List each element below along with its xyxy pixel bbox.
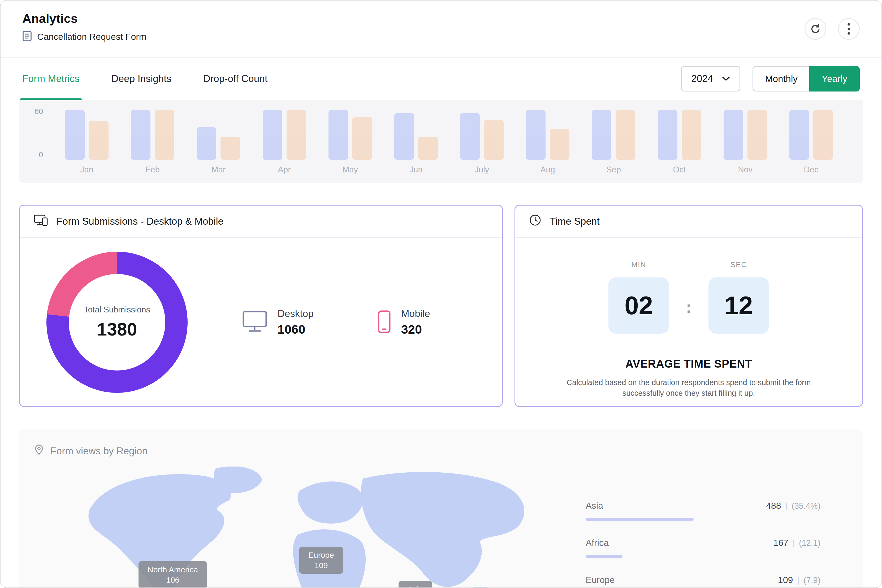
y-tick-0: 0 bbox=[39, 150, 43, 159]
region-values: 109|(7.9) bbox=[778, 575, 820, 585]
bar-pair bbox=[592, 109, 635, 160]
region-row-asia: Asia488|(35.4%) bbox=[586, 501, 820, 520]
mobile-stat-text: Mobile 320 bbox=[401, 308, 430, 337]
bar-pair bbox=[131, 109, 174, 160]
refresh-button[interactable] bbox=[804, 18, 826, 40]
tab-form-metrics[interactable]: Form Metrics bbox=[22, 57, 80, 100]
bar-series-1-blue bbox=[65, 110, 85, 160]
month-label: Nov bbox=[738, 165, 753, 174]
bar-series-2-peach bbox=[352, 117, 372, 160]
bar-group-july: July bbox=[459, 109, 505, 174]
mobile-phone-icon bbox=[377, 310, 391, 335]
form-name: Cancellation Request Form bbox=[37, 32, 146, 42]
region-row-europe: Europe109|(7.9) bbox=[586, 575, 820, 588]
bar-series-1-blue bbox=[789, 110, 809, 160]
time-card-body: MIN 02 : SEC 12 AVERAGE TIME SPENT Calcu… bbox=[515, 238, 862, 398]
desktop-value: 1060 bbox=[278, 322, 314, 337]
bar-chart-groups: JanFebMarAprMayJunJulyAugSepOctNovDec bbox=[64, 109, 834, 174]
bar-series-1-blue bbox=[526, 110, 545, 160]
tab-deep-insights[interactable]: Deep Insights bbox=[111, 57, 171, 100]
region-value: 109 bbox=[778, 575, 793, 585]
region-row-head: Europe109|(7.9) bbox=[586, 575, 820, 585]
time-card-title: Time Spent bbox=[550, 216, 600, 227]
tooltip-region-name: Asia bbox=[407, 584, 423, 588]
breadcrumb: Cancellation Request Form bbox=[22, 30, 146, 43]
month-label: July bbox=[475, 165, 489, 174]
more-menu-button[interactable] bbox=[838, 18, 860, 40]
map-tooltip-europe: Europe109 bbox=[299, 547, 343, 574]
bar-group-apr: Apr bbox=[262, 109, 307, 174]
month-label: Sep bbox=[606, 165, 621, 174]
month-label: Aug bbox=[541, 165, 555, 174]
seconds-unit: SEC 12 bbox=[708, 261, 769, 334]
bar-series-1-blue bbox=[724, 110, 743, 160]
kebab-menu-icon bbox=[847, 23, 850, 35]
bar-group-jun: Jun bbox=[394, 109, 439, 174]
bar-series-2-peach bbox=[418, 137, 438, 160]
time-display: MIN 02 : SEC 12 bbox=[609, 261, 769, 334]
region-values: 488|(35.4%) bbox=[766, 501, 820, 511]
region-row-head: Africa167|(12.1) bbox=[586, 538, 820, 548]
location-pin-icon bbox=[34, 444, 44, 458]
desktop-mobile-icon bbox=[34, 214, 48, 228]
month-label: Apr bbox=[278, 165, 290, 174]
desktop-stat-text: Desktop 1060 bbox=[278, 308, 314, 337]
regions-header: Form views by Region bbox=[34, 444, 147, 458]
desktop-monitor-icon bbox=[242, 310, 267, 334]
year-select[interactable]: 2024 bbox=[681, 66, 740, 92]
analytics-window: Analytics Cancellation Request Form bbox=[0, 0, 882, 588]
mobile-label: Mobile bbox=[401, 308, 430, 320]
bar-series-2-peach bbox=[287, 110, 306, 160]
period-monthly-button[interactable]: Monthly bbox=[753, 66, 809, 92]
bar-series-2-peach bbox=[616, 110, 635, 160]
month-label: Oct bbox=[673, 165, 686, 174]
tooltip-region-name: North America bbox=[147, 564, 198, 575]
bar-series-1-blue bbox=[592, 110, 612, 160]
header: Analytics Cancellation Request Form bbox=[0, 0, 882, 57]
time-card-header: Time Spent bbox=[515, 206, 862, 238]
y-axis: 600 bbox=[35, 107, 43, 159]
minutes-unit: MIN 02 bbox=[609, 261, 669, 334]
bar-pair bbox=[789, 109, 833, 160]
bar-group-oct: Oct bbox=[657, 109, 702, 174]
min-value-box: 02 bbox=[609, 278, 669, 334]
average-time-description: Calculated based on the duration respond… bbox=[565, 377, 812, 398]
period-yearly-button[interactable]: Yearly bbox=[809, 66, 860, 92]
tooltip-region-name: Europe bbox=[308, 550, 334, 560]
cards-row: Form Submissions - Desktop & Mobile Tota… bbox=[19, 205, 863, 407]
month-label: Jan bbox=[80, 165, 93, 174]
monthly-bar-chart: 600 JanFebMarAprMayJunJulyAugSepOctNovDe… bbox=[19, 100, 863, 183]
bar-series-1-blue bbox=[329, 110, 348, 160]
time-colon: : bbox=[686, 298, 691, 316]
submissions-card-title: Form Submissions - Desktop & Mobile bbox=[57, 216, 224, 227]
bar-pair bbox=[394, 109, 438, 160]
bar-series-2-peach bbox=[813, 110, 833, 160]
tooltip-region-value: 109 bbox=[308, 560, 334, 570]
region-row-africa: Africa167|(12.1) bbox=[586, 538, 820, 558]
region-divider: | bbox=[797, 576, 799, 585]
bar-series-2-peach bbox=[89, 121, 108, 160]
tabs: Form MetricsDeep InsightsDrop-off Count bbox=[22, 57, 267, 100]
regions-section: Form views by Region North America106Eur… bbox=[19, 429, 863, 588]
bar-series-1-blue bbox=[197, 127, 216, 160]
mobile-stat: Mobile 320 bbox=[377, 308, 430, 337]
submissions-donut-chart: Total Submissions 1380 bbox=[47, 252, 188, 393]
bar-group-nov: Nov bbox=[723, 109, 768, 174]
submissions-card-header: Form Submissions - Desktop & Mobile bbox=[20, 206, 502, 238]
bar-series-1-blue bbox=[263, 110, 282, 160]
region-progress-bar bbox=[586, 518, 694, 520]
region-progress-bar bbox=[586, 555, 622, 558]
bar-series-2-peach bbox=[155, 110, 174, 160]
region-divider: | bbox=[786, 501, 787, 510]
average-time-heading: AVERAGE TIME SPENT bbox=[625, 357, 752, 370]
bar-series-2-peach bbox=[221, 137, 240, 160]
form-doc-icon bbox=[22, 30, 32, 43]
bar-group-dec: Dec bbox=[789, 109, 834, 174]
month-label: Feb bbox=[146, 165, 159, 174]
header-titles: Analytics Cancellation Request Form bbox=[22, 11, 146, 43]
month-label: May bbox=[342, 165, 358, 174]
sec-value-box: 12 bbox=[708, 278, 769, 334]
tab-controls: 2024 MonthlyYearly bbox=[681, 57, 860, 100]
total-submissions-value: 1380 bbox=[97, 319, 137, 339]
tab-drop-off-count[interactable]: Drop-off Count bbox=[203, 57, 267, 100]
